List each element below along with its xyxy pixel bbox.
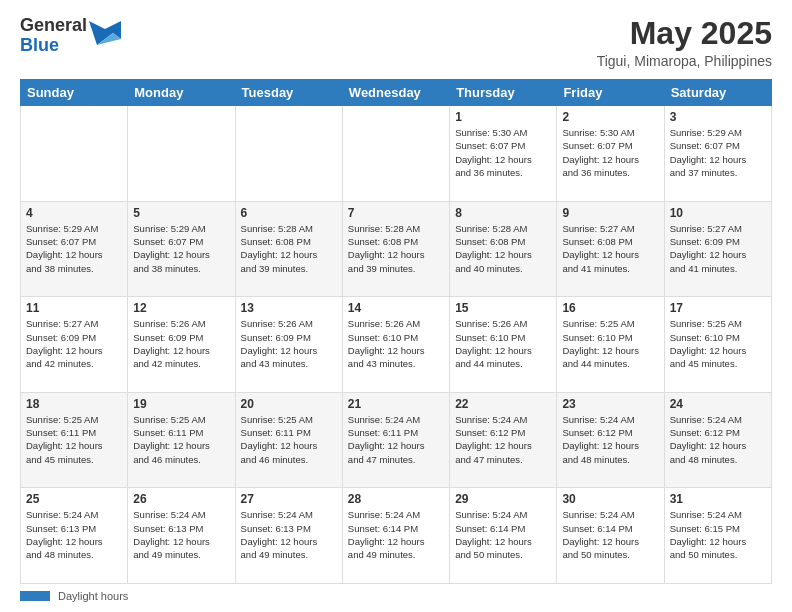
calendar-col-header: Wednesday: [342, 80, 449, 106]
calendar-cell: 7Sunrise: 5:28 AM Sunset: 6:08 PM Daylig…: [342, 201, 449, 297]
calendar-cell: 6Sunrise: 5:28 AM Sunset: 6:08 PM Daylig…: [235, 201, 342, 297]
calendar-cell: 30Sunrise: 5:24 AM Sunset: 6:14 PM Dayli…: [557, 488, 664, 584]
calendar-col-header: Tuesday: [235, 80, 342, 106]
calendar-cell: 18Sunrise: 5:25 AM Sunset: 6:11 PM Dayli…: [21, 392, 128, 488]
main-title: May 2025: [597, 16, 772, 51]
calendar-cell: 10Sunrise: 5:27 AM Sunset: 6:09 PM Dayli…: [664, 201, 771, 297]
day-number: 14: [348, 301, 444, 315]
footer-note: Daylight hours: [20, 590, 772, 602]
day-number: 17: [670, 301, 766, 315]
calendar-cell: 29Sunrise: 5:24 AM Sunset: 6:14 PM Dayli…: [450, 488, 557, 584]
calendar-cell: 16Sunrise: 5:25 AM Sunset: 6:10 PM Dayli…: [557, 297, 664, 393]
calendar-col-header: Saturday: [664, 80, 771, 106]
day-info: Sunrise: 5:26 AM Sunset: 6:10 PM Dayligh…: [348, 317, 444, 370]
day-number: 19: [133, 397, 229, 411]
calendar-cell: 28Sunrise: 5:24 AM Sunset: 6:14 PM Dayli…: [342, 488, 449, 584]
calendar-cell: 21Sunrise: 5:24 AM Sunset: 6:11 PM Dayli…: [342, 392, 449, 488]
day-info: Sunrise: 5:25 AM Sunset: 6:11 PM Dayligh…: [241, 413, 337, 466]
calendar-cell: [342, 106, 449, 202]
calendar-cell: 8Sunrise: 5:28 AM Sunset: 6:08 PM Daylig…: [450, 201, 557, 297]
calendar-cell: 26Sunrise: 5:24 AM Sunset: 6:13 PM Dayli…: [128, 488, 235, 584]
day-number: 23: [562, 397, 658, 411]
day-info: Sunrise: 5:24 AM Sunset: 6:11 PM Dayligh…: [348, 413, 444, 466]
calendar-cell: 11Sunrise: 5:27 AM Sunset: 6:09 PM Dayli…: [21, 297, 128, 393]
logo-icon: [89, 17, 121, 49]
day-info: Sunrise: 5:24 AM Sunset: 6:13 PM Dayligh…: [133, 508, 229, 561]
calendar-col-header: Thursday: [450, 80, 557, 106]
calendar-cell: [21, 106, 128, 202]
day-info: Sunrise: 5:26 AM Sunset: 6:09 PM Dayligh…: [241, 317, 337, 370]
day-number: 15: [455, 301, 551, 315]
day-info: Sunrise: 5:29 AM Sunset: 6:07 PM Dayligh…: [26, 222, 122, 275]
calendar-cell: 1Sunrise: 5:30 AM Sunset: 6:07 PM Daylig…: [450, 106, 557, 202]
calendar-cell: 14Sunrise: 5:26 AM Sunset: 6:10 PM Dayli…: [342, 297, 449, 393]
calendar-cell: 17Sunrise: 5:25 AM Sunset: 6:10 PM Dayli…: [664, 297, 771, 393]
day-number: 2: [562, 110, 658, 124]
calendar-cell: 24Sunrise: 5:24 AM Sunset: 6:12 PM Dayli…: [664, 392, 771, 488]
header: General Blue May 2025 Tigui, Mimaropa, P…: [20, 16, 772, 69]
calendar-week-row: 25Sunrise: 5:24 AM Sunset: 6:13 PM Dayli…: [21, 488, 772, 584]
day-number: 7: [348, 206, 444, 220]
calendar-cell: 12Sunrise: 5:26 AM Sunset: 6:09 PM Dayli…: [128, 297, 235, 393]
day-info: Sunrise: 5:26 AM Sunset: 6:09 PM Dayligh…: [133, 317, 229, 370]
calendar-cell: 4Sunrise: 5:29 AM Sunset: 6:07 PM Daylig…: [21, 201, 128, 297]
calendar-cell: 3Sunrise: 5:29 AM Sunset: 6:07 PM Daylig…: [664, 106, 771, 202]
logo-blue: Blue: [20, 36, 87, 56]
calendar-cell: 2Sunrise: 5:30 AM Sunset: 6:07 PM Daylig…: [557, 106, 664, 202]
day-info: Sunrise: 5:24 AM Sunset: 6:12 PM Dayligh…: [562, 413, 658, 466]
day-number: 13: [241, 301, 337, 315]
calendar-col-header: Sunday: [21, 80, 128, 106]
title-block: May 2025 Tigui, Mimaropa, Philippines: [597, 16, 772, 69]
logo: General Blue: [20, 16, 121, 56]
day-info: Sunrise: 5:30 AM Sunset: 6:07 PM Dayligh…: [562, 126, 658, 179]
day-info: Sunrise: 5:27 AM Sunset: 6:08 PM Dayligh…: [562, 222, 658, 275]
day-info: Sunrise: 5:24 AM Sunset: 6:13 PM Dayligh…: [26, 508, 122, 561]
calendar-week-row: 18Sunrise: 5:25 AM Sunset: 6:11 PM Dayli…: [21, 392, 772, 488]
day-info: Sunrise: 5:28 AM Sunset: 6:08 PM Dayligh…: [348, 222, 444, 275]
calendar-cell: 31Sunrise: 5:24 AM Sunset: 6:15 PM Dayli…: [664, 488, 771, 584]
day-number: 1: [455, 110, 551, 124]
day-info: Sunrise: 5:29 AM Sunset: 6:07 PM Dayligh…: [670, 126, 766, 179]
day-number: 25: [26, 492, 122, 506]
calendar-cell: 23Sunrise: 5:24 AM Sunset: 6:12 PM Dayli…: [557, 392, 664, 488]
day-info: Sunrise: 5:28 AM Sunset: 6:08 PM Dayligh…: [455, 222, 551, 275]
day-number: 31: [670, 492, 766, 506]
day-number: 30: [562, 492, 658, 506]
day-info: Sunrise: 5:24 AM Sunset: 6:12 PM Dayligh…: [455, 413, 551, 466]
day-number: 8: [455, 206, 551, 220]
day-number: 20: [241, 397, 337, 411]
calendar-week-row: 11Sunrise: 5:27 AM Sunset: 6:09 PM Dayli…: [21, 297, 772, 393]
logo-text: General Blue: [20, 16, 87, 56]
day-number: 11: [26, 301, 122, 315]
subtitle: Tigui, Mimaropa, Philippines: [597, 53, 772, 69]
calendar-col-header: Monday: [128, 80, 235, 106]
day-number: 16: [562, 301, 658, 315]
calendar-cell: [128, 106, 235, 202]
day-info: Sunrise: 5:27 AM Sunset: 6:09 PM Dayligh…: [26, 317, 122, 370]
calendar-cell: 19Sunrise: 5:25 AM Sunset: 6:11 PM Dayli…: [128, 392, 235, 488]
day-info: Sunrise: 5:24 AM Sunset: 6:13 PM Dayligh…: [241, 508, 337, 561]
day-number: 9: [562, 206, 658, 220]
calendar-cell: 9Sunrise: 5:27 AM Sunset: 6:08 PM Daylig…: [557, 201, 664, 297]
day-number: 21: [348, 397, 444, 411]
logo-general: General: [20, 16, 87, 36]
day-info: Sunrise: 5:24 AM Sunset: 6:15 PM Dayligh…: [670, 508, 766, 561]
day-number: 3: [670, 110, 766, 124]
day-info: Sunrise: 5:30 AM Sunset: 6:07 PM Dayligh…: [455, 126, 551, 179]
calendar-cell: 22Sunrise: 5:24 AM Sunset: 6:12 PM Dayli…: [450, 392, 557, 488]
day-info: Sunrise: 5:29 AM Sunset: 6:07 PM Dayligh…: [133, 222, 229, 275]
calendar-cell: [235, 106, 342, 202]
calendar-cell: 15Sunrise: 5:26 AM Sunset: 6:10 PM Dayli…: [450, 297, 557, 393]
day-number: 4: [26, 206, 122, 220]
calendar-cell: 27Sunrise: 5:24 AM Sunset: 6:13 PM Dayli…: [235, 488, 342, 584]
day-info: Sunrise: 5:24 AM Sunset: 6:14 PM Dayligh…: [455, 508, 551, 561]
page: General Blue May 2025 Tigui, Mimaropa, P…: [0, 0, 792, 612]
calendar-cell: 20Sunrise: 5:25 AM Sunset: 6:11 PM Dayli…: [235, 392, 342, 488]
daylight-label: Daylight hours: [58, 590, 128, 602]
day-info: Sunrise: 5:26 AM Sunset: 6:10 PM Dayligh…: [455, 317, 551, 370]
day-number: 6: [241, 206, 337, 220]
day-number: 28: [348, 492, 444, 506]
day-number: 22: [455, 397, 551, 411]
day-info: Sunrise: 5:27 AM Sunset: 6:09 PM Dayligh…: [670, 222, 766, 275]
day-number: 5: [133, 206, 229, 220]
